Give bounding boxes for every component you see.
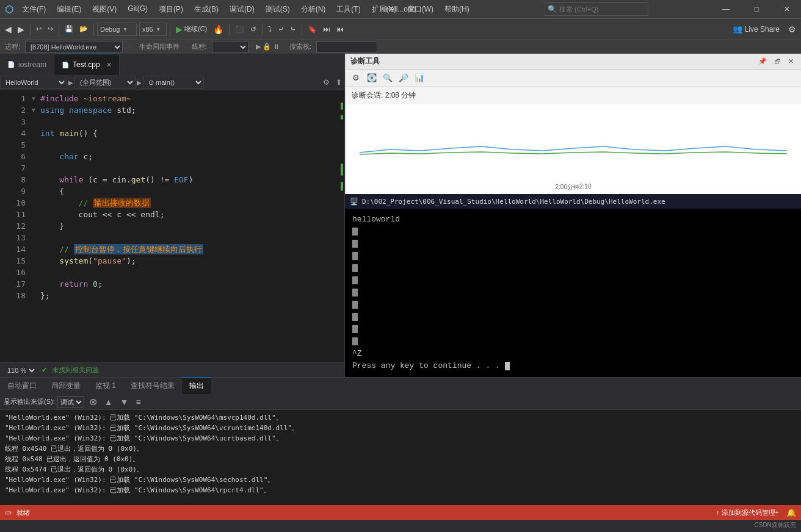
output-wrap-btn[interactable]: ≡ [133, 397, 143, 407]
menu-project[interactable]: 项目(P) [154, 3, 188, 16]
save-button[interactable]: 💾 [62, 21, 76, 37]
diag-session: 诊断会话: 2:08 分钟 [345, 87, 801, 104]
nav-settings-icon[interactable]: ⚙ [319, 78, 333, 87]
process-icons: ▶ 🔒 ⏸ [256, 43, 280, 51]
bottom-panel: 自动窗口 局部变量 监视 1 查找符号结果 输出 显示输出来源(S): 调试 ⊗… [0, 377, 801, 505]
diag-chart-btn[interactable]: 📊 [413, 71, 426, 85]
diag-settings-btn[interactable]: ⚙ [349, 71, 363, 85]
diagnostic-toolbar: ⚙ 💽 🔍 🔎 📊 [345, 70, 801, 87]
thread-dropdown[interactable] [212, 41, 248, 53]
maximize-button[interactable]: □ [742, 0, 770, 18]
menu-git[interactable]: Git(G) [123, 3, 153, 16]
output-line-1: "HelloWorld.exe" (Win32): 已加载 "C:\Window… [5, 412, 796, 423]
output-toolbar: 显示输出来源(S): 调试 ⊗ ▲ ▼ ≡ [0, 394, 801, 410]
toolbar-separator-7 [302, 23, 302, 35]
console-content[interactable]: helloworld ^Z Press any key to continue … [345, 209, 801, 377]
testcpp-tab-label: Test.cpp [73, 60, 100, 69]
tab-output[interactable]: 输出 [182, 377, 211, 394]
menu-view[interactable]: 视图(V) [87, 3, 121, 16]
redo-button[interactable]: ↪ [45, 21, 56, 37]
step-over-button[interactable]: ⤵ [266, 21, 274, 37]
console-line-4 [352, 250, 794, 262]
fire-button[interactable]: 🔥 [211, 21, 226, 37]
diag-zoom-in-btn[interactable]: 🔍 [381, 71, 394, 85]
bookmark-button[interactable]: 🔖 [305, 21, 319, 37]
iostream-tab-icon: 📄 [7, 61, 15, 68]
settings-button[interactable]: ⚙ [786, 21, 799, 37]
diag-memory-btn[interactable]: 💽 [365, 71, 379, 85]
right-panel: 诊断工具 📌 🗗 ✕ ⚙ 💽 🔍 🔎 📊 诊断会话: 2:08 分钟 [345, 54, 801, 377]
code-content[interactable]: #include ~iostream~ using namespace std;… [38, 90, 336, 362]
tab-iostream[interactable]: 📄 iostream [0, 54, 54, 75]
undo-button[interactable]: ↩ [34, 21, 44, 37]
stack-search-input[interactable] [316, 41, 377, 52]
tab-auto-window[interactable]: 自动窗口 [0, 377, 44, 394]
output-line-5: 线程 0x548 已退出，返回值为 0 (0x0)。 [5, 454, 796, 464]
console-line-7 [352, 287, 794, 299]
add-source-button[interactable]: ↑ 添加到源代码管理+ [716, 508, 779, 517]
close-button[interactable]: ✕ [773, 0, 801, 18]
diag-zoom-out-btn[interactable]: 🔎 [397, 71, 410, 85]
tab-local-vars[interactable]: 局部变量 [44, 377, 88, 394]
diagnostic-header: 诊断工具 📌 🗗 ✕ [345, 54, 801, 70]
menu-file[interactable]: 文件(F) [17, 3, 51, 16]
output-line-7: "HelloWorld.exe" (Win32): 已加载 "C:\Window… [5, 475, 796, 485]
toolbar: ◀ ▶ ↩ ↪ 💾 📂 Debug ▼ x86 ▼ ▶ 继续(C) 🔥 ⬛ ↺ … [0, 18, 801, 39]
output-line-4: 线程 0x4540 已退出，返回值为 0 (0x0)。 [5, 444, 796, 454]
testcpp-tab-icon: 📄 [62, 62, 69, 68]
open-button[interactable]: 📂 [77, 21, 90, 37]
stop-button[interactable]: ⬛ [233, 21, 247, 37]
testcpp-tab-close[interactable]: ✕ [106, 61, 112, 69]
zoom-dropdown[interactable]: 110 % [5, 366, 37, 375]
dash-1: - [184, 43, 187, 51]
editor-panel: 📄 iostream 📄 Test.cpp ✕ HelloWorld ▶ (全局… [0, 54, 345, 377]
output-line-8: "HelloWorld.exe" (Win32): 已加载 "C:\Window… [5, 485, 796, 495]
bookmark-next[interactable]: ⏭ [321, 21, 333, 37]
bottom-tabs-header: 自动窗口 局部变量 监视 1 查找符号结果 输出 [0, 377, 801, 394]
bell-icon[interactable]: 🔔 [786, 508, 796, 517]
output-content[interactable]: "HelloWorld.exe" (Win32): 已加载 "C:\Window… [0, 410, 801, 505]
back-button[interactable]: ◀ [2, 21, 14, 37]
console-line-2 [352, 226, 794, 238]
output-line-2: "HelloWorld.exe" (Win32): 已加载 "C:\Window… [5, 423, 796, 433]
live-share-button[interactable]: 👥 Live Share [728, 24, 785, 34]
step-in-button[interactable]: ⤶ [275, 21, 286, 37]
process-separator: | [128, 43, 134, 51]
editor-statusbar: 110 % ✔ 未找到相关问题 [0, 362, 344, 377]
status-text: 就绪 [16, 508, 30, 517]
editor-tabs: 📄 iostream 📄 Test.cpp ✕ [0, 54, 344, 75]
project-nav-dropdown[interactable]: HelloWorld [0, 76, 67, 89]
step-out-button[interactable]: ⤷ [288, 21, 299, 37]
menu-edit[interactable]: 编辑(E) [52, 3, 86, 16]
process-dropdown[interactable]: [8708] HelloWorld.exe [25, 41, 123, 53]
output-clear-btn[interactable]: ⊗ [87, 396, 100, 408]
restart-button[interactable]: ↺ [248, 21, 259, 37]
menu-build[interactable]: 生成(B) [189, 3, 223, 16]
output-source-dropdown[interactable]: 调试 [57, 396, 84, 408]
continue-button[interactable]: ▶ 继续(C) [173, 21, 209, 37]
debug-config-dropdown[interactable]: Debug ▼ [97, 23, 137, 36]
diagnostic-title: 诊断工具 [350, 56, 380, 66]
minimize-button[interactable]: — [712, 0, 740, 18]
diag-float-button[interactable]: 🗗 [772, 57, 783, 66]
forward-button[interactable]: ▶ [15, 21, 27, 37]
diag-timeline: 2:00分钟 2:10 [345, 104, 801, 194]
console-line-5 [352, 262, 794, 275]
output-down-btn[interactable]: ▼ [118, 397, 131, 407]
nav-expand-icon[interactable]: ⬆ [333, 78, 344, 87]
tab-find-symbol[interactable]: 查找符号结果 [123, 377, 182, 394]
diag-close-button[interactable]: ✕ [786, 57, 796, 66]
output-up-btn[interactable]: ▲ [102, 397, 115, 407]
bookmark-prev[interactable]: ⏮ [334, 21, 346, 37]
platform-dropdown[interactable]: x86 ▼ [139, 23, 167, 36]
watermark: CSDN@韩跃亮 [755, 521, 797, 530]
console-line-ctrl-z: ^Z [352, 348, 794, 360]
title-bar: ⬡ 文件(F) 编辑(E) 视图(V) Git(G) 项目(P) 生成(B) 调… [0, 0, 801, 18]
collapse-indicators: ▼ ▼ [31, 90, 38, 362]
diag-pin-button[interactable]: 📌 [756, 57, 769, 66]
search-input[interactable] [559, 5, 632, 13]
tab-test-cpp[interactable]: 📄 Test.cpp ✕ [54, 54, 120, 75]
scope-nav-dropdown[interactable]: (全局范围) [74, 76, 136, 89]
tab-watch-1[interactable]: 监视 1 [88, 377, 123, 394]
function-nav-dropdown[interactable]: ⊙ main() [143, 76, 204, 89]
